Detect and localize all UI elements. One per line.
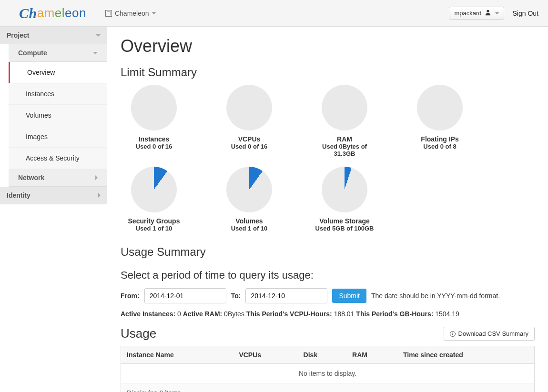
pie-chart <box>226 85 272 131</box>
sidebar-group-identity[interactable]: Identity <box>0 187 107 204</box>
table-column-header[interactable]: Instance Name <box>121 346 233 364</box>
stat-value: 0Bytes <box>224 310 244 318</box>
limit-label: Volume Storage <box>319 217 370 225</box>
sidebar-group-project[interactable]: Project <box>0 27 107 44</box>
sidebar-item-overview[interactable]: Overview <box>9 62 107 83</box>
brand-part: el <box>55 6 65 20</box>
limit-label: Security Groups <box>128 217 180 225</box>
usage-header: Usage ↓ Download CSV Summary <box>121 326 535 341</box>
pie-chart <box>417 85 463 131</box>
chevron-down-icon <box>93 52 98 54</box>
limit-card: VCPUsUsed 0 of 16 <box>216 85 283 157</box>
sidebar-group-compute[interactable]: Compute <box>9 44 107 62</box>
sidebar-item-access-security[interactable]: Access & Security <box>9 148 107 169</box>
stat-label: This Period's GB-Hours: <box>356 310 433 318</box>
download-icon: ↓ <box>450 331 456 337</box>
brand-part: eon <box>65 6 86 20</box>
topbar-right: mpackard Sign Out <box>449 7 538 20</box>
stat-value: 0 <box>177 310 181 318</box>
username: mpackard <box>454 10 481 17</box>
table-empty-row: No items to display. <box>121 364 535 383</box>
limit-used-text: Used 5GB of 100GB <box>315 225 374 232</box>
table-column-header[interactable]: RAM <box>346 346 397 364</box>
limit-used-text: Used 0 of 8 <box>423 143 456 150</box>
limit-card: VolumesUsed 1 of 10 <box>216 167 283 232</box>
table-header-row: Instance NameVCPUsDiskRAMTime since crea… <box>121 346 535 364</box>
empty-message: No items to display. <box>121 364 535 383</box>
to-label: To: <box>231 292 241 300</box>
chevron-down-icon <box>495 12 499 14</box>
usage-title: Usage <box>121 326 156 341</box>
stat-value: 1504.19 <box>435 310 459 318</box>
date-range-row: From: To: Submit The date should be in Y… <box>121 288 535 303</box>
project-icon <box>105 10 112 17</box>
table-column-header[interactable]: Disk <box>298 346 346 364</box>
sidebar-group-network[interactable]: Network <box>9 169 107 187</box>
limit-used-text: Used 0 of 16 <box>231 143 268 150</box>
submit-button[interactable]: Submit <box>332 289 366 303</box>
limit-card: RAMUsed 0Bytes of 31.3GB <box>311 85 378 157</box>
sidebar-item-instances[interactable]: Instances <box>9 83 107 105</box>
user-icon <box>485 9 491 17</box>
limit-used-text: Used 1 of 10 <box>136 225 173 232</box>
sidebar-item-label: Overview <box>27 69 55 76</box>
limit-used-text: Used 0Bytes of 31.3GB <box>311 143 378 157</box>
limit-summary-heading: Limit Summary <box>121 66 535 79</box>
brand-logo[interactable]: Chameleon <box>19 5 86 21</box>
sidebar: Project Compute Overview Instances Volum… <box>0 27 107 392</box>
limit-grid: InstancesUsed 0 of 16VCPUsUsed 0 of 16RA… <box>121 85 535 241</box>
stats-row: Active Instances: 0 Active RAM: 0Bytes T… <box>121 310 535 318</box>
chevron-right-icon <box>95 175 98 180</box>
limit-card: Volume StorageUsed 5GB of 100GB <box>311 167 378 232</box>
svg-point-0 <box>487 10 489 12</box>
chevron-down-icon <box>152 12 156 14</box>
sidebar-item-images[interactable]: Images <box>9 126 107 148</box>
stat-label: This Period's VCPU-Hours: <box>246 310 332 318</box>
project-name: Chameleon <box>115 10 149 17</box>
sidebar-item-label: Access & Security <box>26 154 80 162</box>
limit-label: RAM <box>337 135 352 143</box>
limit-card: InstancesUsed 0 of 16 <box>121 85 187 157</box>
table-footer-row: Displaying 0 items <box>121 383 535 392</box>
to-date-input[interactable] <box>245 288 327 303</box>
topbar: Chameleon Chameleon mpackard Sign Out <box>0 0 548 27</box>
limit-label: VCPUs <box>238 135 261 143</box>
pie-chart <box>131 85 177 131</box>
stat-value: 188.01 <box>334 310 355 318</box>
usage-summary-heading: Usage Summary <box>121 245 535 259</box>
brand-part: Ch <box>19 5 37 21</box>
download-label: Download CSV Summary <box>458 330 528 337</box>
limit-used-text: Used 1 of 10 <box>231 225 268 232</box>
pie-chart <box>226 167 272 212</box>
main-content: Overview Limit Summary InstancesUsed 0 o… <box>107 27 548 392</box>
limit-label: Instances <box>139 135 170 143</box>
pie-chart <box>322 85 367 131</box>
sidebar-item-label: Instances <box>26 90 54 98</box>
pie-chart <box>322 167 367 212</box>
date-hint: The date should be in YYYY-mm-dd format. <box>371 292 500 300</box>
signout-link[interactable]: Sign Out <box>513 10 538 17</box>
limit-used-text: Used 0 of 16 <box>136 143 173 150</box>
limit-card: Floating IPsUsed 0 of 8 <box>406 85 473 157</box>
table-column-header[interactable]: VCPUs <box>233 346 297 364</box>
chevron-right-icon <box>98 193 101 198</box>
sidebar-group-label: Project <box>7 31 29 39</box>
chevron-down-icon <box>96 34 101 37</box>
limit-label: Floating IPs <box>421 135 458 143</box>
sidebar-item-label: Volumes <box>26 111 51 119</box>
limit-label: Volumes <box>235 217 263 225</box>
sidebar-group-label: Compute <box>18 49 47 57</box>
brand-part: am <box>37 6 55 20</box>
download-csv-button[interactable]: ↓ Download CSV Summary <box>444 327 535 341</box>
page-title: Overview <box>121 36 535 56</box>
sidebar-group-label: Network <box>18 174 44 181</box>
stat-label: Active Instances: <box>121 310 175 318</box>
period-heading: Select a period of time to query its usa… <box>121 269 535 281</box>
limit-card: Security GroupsUsed 1 of 10 <box>121 167 187 232</box>
project-dropdown[interactable]: Chameleon <box>105 10 156 17</box>
table-column-header[interactable]: Time since created <box>397 346 535 364</box>
footer-message: Displaying 0 items <box>121 383 535 392</box>
sidebar-item-volumes[interactable]: Volumes <box>9 105 107 126</box>
user-menu-button[interactable]: mpackard <box>449 7 504 20</box>
from-date-input[interactable] <box>144 288 226 303</box>
